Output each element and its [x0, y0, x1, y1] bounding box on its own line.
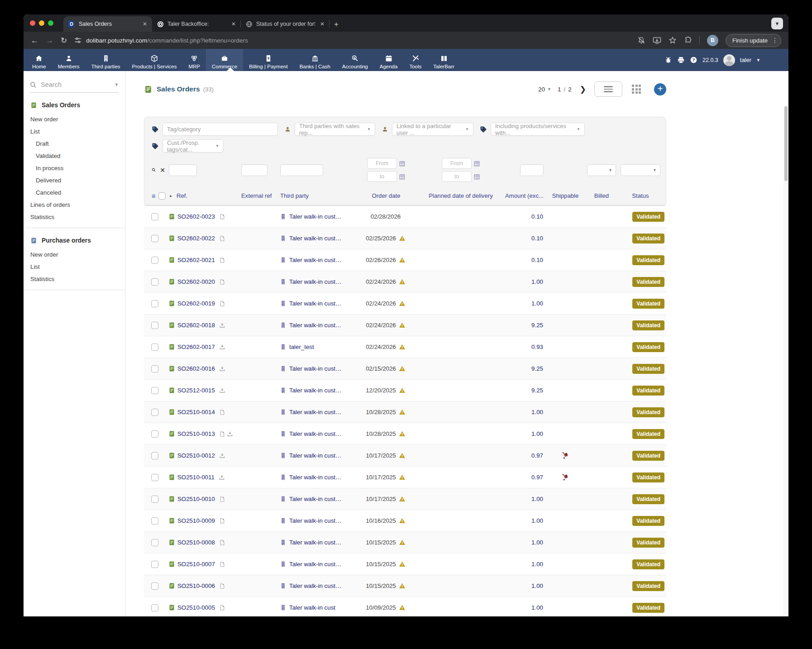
bug-icon[interactable]	[664, 56, 672, 64]
row-checkbox[interactable]	[151, 300, 158, 307]
tab-close-icon[interactable]: ✕	[319, 21, 326, 27]
topnav-item-billing-payment[interactable]: $Billing | Payment	[243, 49, 293, 71]
row-checkbox[interactable]	[151, 409, 158, 416]
row-checkbox[interactable]	[151, 474, 158, 481]
sidebar-item-new-order[interactable]: New order	[24, 248, 124, 261]
browser-profile-avatar[interactable]: B	[707, 35, 718, 46]
row-checkbox[interactable]	[151, 257, 158, 264]
tab-close-icon[interactable]: ✕	[141, 21, 148, 27]
status-filter-select[interactable]: ▼	[621, 164, 660, 176]
order-date-from-input[interactable]	[367, 158, 397, 169]
topnav-item-mrp[interactable]: MRP	[182, 49, 206, 71]
select-all-checkbox[interactable]	[158, 192, 166, 200]
header-ref[interactable]: ▲Ref.	[165, 192, 241, 199]
sidebar-item-in-process[interactable]: In process	[24, 162, 124, 174]
topnav-item-tools[interactable]: Tools	[403, 49, 427, 71]
new-order-button[interactable]: +	[654, 83, 666, 95]
amount-link[interactable]: 1.00	[531, 300, 543, 307]
header-external-ref[interactable]: External ref	[241, 192, 280, 199]
list-view-button[interactable]	[594, 81, 622, 97]
third-party-link[interactable]: Taler walk-in cust…	[289, 300, 341, 307]
notifications-blocked-icon[interactable]	[637, 36, 645, 44]
header-shippable[interactable]: Shippable	[544, 192, 587, 199]
third-party-link[interactable]: Taler walk-in cust…	[289, 387, 341, 394]
third-party-link[interactable]: Taler walk-in cust…	[289, 539, 341, 546]
browser-menu-icon[interactable]: ⋮	[772, 37, 778, 44]
download-icon[interactable]	[219, 344, 225, 350]
third-party-salesrep-select[interactable]: Third parties with sales rep...▼	[295, 123, 375, 136]
order-ref-link[interactable]: SO2510-0010	[177, 496, 215, 502]
row-checkbox[interactable]	[151, 539, 158, 546]
sidebar-item-draft[interactable]: Draft	[24, 138, 124, 150]
cust-prosp-tags-select[interactable]: Cust./Prosp. tags/cat...▼	[162, 139, 224, 153]
user-avatar[interactable]	[723, 54, 735, 66]
download-icon[interactable]	[219, 322, 225, 329]
install-icon[interactable]	[653, 37, 661, 44]
third-party-link[interactable]: Taler walk-in cust…	[289, 409, 341, 415]
billed-filter-select[interactable]: ▼	[587, 164, 616, 176]
amount-link[interactable]: 1.00	[531, 517, 543, 524]
back-icon[interactable]: ←	[31, 37, 38, 44]
amount-link[interactable]: 0.10	[531, 213, 543, 220]
order-ref-link[interactable]: SO2602-0019	[177, 300, 215, 307]
tab-search-button[interactable]: ▼	[771, 18, 783, 29]
order-ref-link[interactable]: SO2510-0012	[177, 452, 215, 459]
order-ref-link[interactable]: SO2510-0006	[177, 582, 215, 589]
site-settings-icon[interactable]	[74, 37, 81, 44]
download-icon[interactable]	[219, 366, 225, 372]
third-party-link[interactable]: Taler walk-in cust	[289, 604, 335, 611]
amount-link[interactable]: 0.10	[531, 257, 543, 263]
sidebar-item-canceled[interactable]: Canceled	[24, 186, 124, 199]
tab-taler-backoffice[interactable]: Taler Backoffice: ✕	[152, 16, 241, 32]
order-ref-link[interactable]: SO2602-0017	[177, 344, 215, 350]
scrollbar[interactable]	[783, 105, 788, 616]
third-party-link[interactable]: Taler walk-in cust…	[289, 322, 341, 329]
third-party-link[interactable]: Taler walk-in cust…	[289, 474, 341, 481]
sidebar-item-statistics[interactable]: Statistics	[24, 211, 124, 223]
order-ref-link[interactable]: SO2602-0023	[177, 213, 215, 220]
third-party-link[interactable]: Taler walk-in cust…	[289, 452, 341, 459]
calendar-picker-icon[interactable]	[399, 161, 405, 167]
sidebar-section-title[interactable]: Sales Orders	[24, 102, 124, 109]
search-type-caret-icon[interactable]: ▼	[115, 82, 119, 87]
help-icon[interactable]: ?	[690, 56, 697, 64]
order-ref-link[interactable]: SO2512-0015	[177, 387, 215, 394]
select-columns-icon[interactable]: ≡	[152, 192, 155, 200]
topnav-item-commerce[interactable]: Commerce	[206, 49, 243, 71]
sidebar-item-new-order[interactable]: New order	[24, 113, 124, 125]
third-party-link[interactable]: taler_test	[289, 344, 314, 350]
amount-link[interactable]: 9.25	[531, 365, 543, 372]
row-checkbox[interactable]	[151, 496, 158, 503]
third-party-link[interactable]: Taler walk-in cust…	[289, 496, 341, 502]
minimize-window-button[interactable]	[39, 20, 44, 26]
grid-view-button[interactable]	[629, 81, 644, 97]
order-ref-link[interactable]: SO2510-0014	[177, 409, 215, 415]
calendar-picker-icon[interactable]	[399, 174, 405, 180]
header-billed[interactable]: Billed	[587, 192, 616, 199]
row-checkbox[interactable]	[151, 322, 158, 329]
amount-link[interactable]: 0.97	[531, 474, 543, 481]
topnav-item-banks-cash[interactable]: Banks | Cash	[294, 49, 336, 71]
bookmark-star-icon[interactable]	[669, 36, 677, 44]
planned-date-from-input[interactable]	[442, 158, 472, 169]
forward-icon[interactable]: →	[46, 37, 53, 44]
header-status[interactable]: Status	[616, 192, 667, 199]
calendar-picker-icon[interactable]	[474, 161, 480, 167]
header-third-party[interactable]: Third party	[280, 192, 360, 199]
topnav-item-members[interactable]: Members	[52, 49, 86, 71]
order-ref-link[interactable]: SO2602-0022	[177, 235, 215, 242]
row-checkbox[interactable]	[151, 213, 158, 220]
order-ref-link[interactable]: SO2510-0013	[177, 430, 215, 437]
amount-link[interactable]: 1.00	[531, 582, 543, 589]
row-checkbox[interactable]	[151, 278, 158, 286]
sidebar-item-list[interactable]: List	[24, 125, 124, 138]
header-amount[interactable]: Amount (exc...	[509, 192, 544, 199]
download-icon[interactable]	[219, 387, 225, 394]
header-order-date[interactable]: Order date	[360, 192, 412, 199]
amount-link[interactable]: 9.25	[531, 387, 543, 394]
sidebar-item-validated[interactable]: Validated	[24, 150, 124, 162]
amount-link[interactable]: 1.00	[531, 496, 543, 502]
sidebar-search-input[interactable]	[41, 81, 110, 88]
sidebar-item-delivered[interactable]: Delivered	[24, 174, 124, 186]
order-ref-link[interactable]: SO2510-0007	[177, 561, 215, 568]
